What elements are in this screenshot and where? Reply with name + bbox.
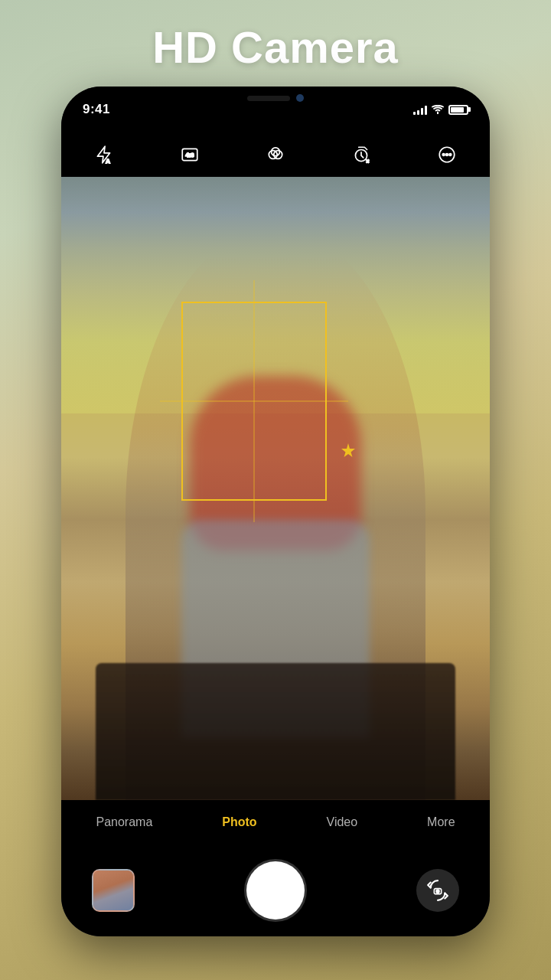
wifi-icon bbox=[432, 103, 444, 116]
status-time: 9:41 bbox=[83, 102, 110, 117]
svg-point-10 bbox=[442, 154, 445, 156]
flash-button[interactable]: A bbox=[87, 138, 121, 172]
mode-photo[interactable]: Photo bbox=[210, 809, 269, 835]
exposure-indicator bbox=[339, 442, 357, 460]
more-options-button[interactable] bbox=[430, 138, 464, 172]
camera-controls bbox=[61, 844, 490, 936]
gallery-button[interactable] bbox=[92, 869, 135, 912]
camera-toolbar: A 4:3 × bbox=[61, 132, 490, 177]
notch bbox=[226, 87, 325, 109]
mode-video[interactable]: Video bbox=[315, 809, 370, 835]
svg-point-11 bbox=[446, 154, 448, 156]
mode-more[interactable]: More bbox=[415, 809, 467, 835]
focus-box bbox=[181, 302, 327, 501]
svg-point-15 bbox=[436, 890, 439, 893]
svg-text:×: × bbox=[367, 158, 370, 164]
svg-point-12 bbox=[449, 154, 452, 156]
svg-text:4:3: 4:3 bbox=[186, 152, 194, 158]
battery-icon bbox=[448, 105, 468, 115]
dot-1 bbox=[254, 888, 259, 893]
mode-selector: Panorama Photo Video More bbox=[61, 800, 490, 844]
phone-frame: 9:41 bbox=[61, 87, 490, 936]
mode-panorama[interactable]: Panorama bbox=[83, 809, 165, 835]
dot-5 bbox=[292, 888, 297, 893]
svg-marker-13 bbox=[341, 443, 355, 457]
ratio-button[interactable]: 4:3 bbox=[173, 138, 207, 172]
svg-line-7 bbox=[364, 147, 367, 149]
svg-text:A: A bbox=[106, 158, 110, 165]
filter-button[interactable] bbox=[259, 138, 292, 172]
dot-2 bbox=[263, 888, 268, 893]
viewfinder[interactable] bbox=[61, 177, 490, 800]
dot-3 bbox=[272, 887, 279, 893]
status-bar: 9:41 bbox=[61, 87, 490, 132]
timer-button[interactable]: × bbox=[344, 138, 378, 172]
app-title: HD Camera bbox=[152, 21, 399, 73]
signal-icon bbox=[413, 104, 427, 115]
status-icons bbox=[413, 103, 468, 116]
flip-camera-button[interactable] bbox=[416, 869, 459, 912]
page-indicator bbox=[254, 887, 297, 893]
dot-4 bbox=[283, 888, 288, 893]
